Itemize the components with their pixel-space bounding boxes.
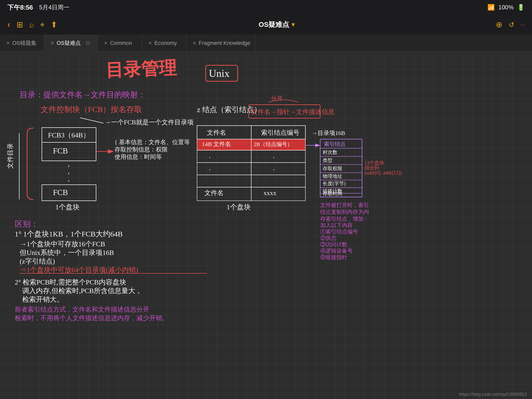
svg-text:(z字引结点): (z字引结点) (20, 257, 55, 265)
svg-text:，: ， (65, 167, 72, 175)
svg-text:→1个盘块中可存放16个FCB: →1个盘块中可存放16个FCB (20, 240, 105, 248)
nav-bar: ‹ ⊞ ⌕ ⌖ ⬆ OS疑难点 ▾ ⊕ ↺ ··· (0, 15, 532, 34)
svg-rect-44 (197, 175, 251, 187)
tab-close-common[interactable]: ✕ (104, 40, 108, 46)
svg-text:→一个FCB就是一个文件目录项: →一个FCB就是一个文件目录项 (105, 119, 194, 126)
svg-text:文件名: 文件名 (207, 129, 226, 136)
svg-text:1个盘块: 1个盘块 (227, 203, 251, 211)
svg-text:存取时间: 存取时间 (323, 191, 342, 196)
url-bar: https://blog.csdn.net/wyil19980812 (459, 392, 527, 397)
svg-text:②状态: ②状态 (320, 235, 336, 241)
svg-line-5 (80, 118, 103, 123)
svg-rect-37 (251, 150, 305, 163)
svg-text:，: ， (271, 165, 276, 171)
svg-text:③访问计数: ③访问计数 (320, 241, 347, 248)
status-time: 下午8:56 (7, 3, 33, 12)
svg-text:存取权限: 存取权限 (323, 166, 342, 171)
svg-rect-40 (197, 163, 251, 175)
title-dropdown-icon[interactable]: ▾ (292, 21, 295, 28)
svg-text:→目录项16B: →目录项16B (312, 130, 345, 136)
svg-text:1个盘块: 1个盘块 (55, 203, 80, 211)
svg-rect-36 (197, 150, 251, 163)
svg-rect-18 (42, 185, 96, 201)
svg-text:，: ， (65, 160, 72, 168)
tabs-bar: ✕ OS错题集 ✕ OS疑难点 ⊟ ✕ Common ✕ Economy ✕ F… (0, 34, 532, 52)
svg-text:，: ， (207, 165, 212, 171)
refresh-button[interactable]: ↺ (509, 21, 514, 29)
svg-text:文件目录: 文件目录 (7, 143, 14, 169)
wifi-icon: 📶 (487, 4, 495, 11)
svg-text:使用信息：时间等: 使用信息：时间等 (115, 154, 162, 160)
tab-os-errors[interactable]: ✕ OS错题集 (0, 34, 44, 52)
svg-text:前者索引结点方式，文件名和文件描述信息分开: 前者索引结点方式，文件名和文件描述信息分开 (15, 306, 149, 313)
tab-common[interactable]: ✕ Common (98, 34, 142, 52)
svg-text:索引结点: 索引结点 (324, 141, 346, 147)
svg-text:xxxx: xxxx (264, 189, 276, 197)
svg-text:⇒1个盘块中可放64个目录项(减小内销): ⇒1个盘块中可放64个目录项(减小内销) (20, 266, 138, 274)
svg-text:目录：提供文件名→文件目的映射：: 目录：提供文件名→文件目的映射： (20, 90, 146, 99)
tab-os-difficult[interactable]: ✕ OS疑难点 ⊟ (44, 34, 98, 52)
tab-fragment[interactable]: ✕ Fragment Knowledge (186, 34, 255, 52)
svg-text:①索引结点编号: ①索引结点编号 (320, 229, 358, 235)
tab-split-icon[interactable]: ⊟ (83, 40, 93, 46)
svg-text:2° 检索PCB时,需把整个PCB内容盘块: 2° 检索PCB时,需把整个PCB内容盘块 (15, 278, 126, 286)
svg-text:，: ， (271, 153, 276, 159)
tab-label-os-errors: OS错题集 (12, 39, 36, 47)
svg-text:Unix: Unix (209, 68, 230, 79)
svg-text:区别：: 区别： (15, 219, 38, 228)
svg-text:文件名: 文件名 (204, 189, 224, 197)
tab-close-os-difficult[interactable]: ✕ (50, 40, 54, 46)
svg-text:存取控制信息：权限: 存取控制信息：权限 (115, 146, 168, 153)
tab-close-os-errors[interactable]: ✕ (6, 40, 10, 46)
svg-text:存索引结点，增加：: 存索引结点，增加： (320, 216, 369, 222)
svg-text:目录管理: 目录管理 (105, 58, 177, 80)
status-date: 5月4日周一 (39, 3, 69, 11)
svg-text:村次数: 村次数 (322, 150, 337, 155)
grid-button[interactable]: ⊞ (17, 20, 23, 29)
svg-text:④逻辑设备号: ④逻辑设备号 (320, 248, 353, 254)
svg-text:2B（结点编号）: 2B（结点编号） (254, 141, 293, 147)
battery-icon: 🔋 (517, 4, 525, 11)
svg-rect-9 (42, 142, 96, 161)
svg-text:⑤链接指针: ⑤链接指针 (320, 254, 347, 260)
svg-rect-41 (251, 163, 305, 175)
tab-close-fragment[interactable]: ✕ (193, 40, 196, 46)
svg-text:长度(字节): 长度(字节) (323, 181, 346, 186)
svg-text:，: ， (65, 175, 72, 183)
status-bar: 下午8:56 5月4日周一 📶 100% 🔋 (0, 0, 532, 15)
svg-text:(addr[0]..addr[12]): (addr[0]..addr[12]) (365, 170, 402, 176)
svg-text:FCB: FCB (53, 146, 68, 155)
svg-text:类型: 类型 (323, 158, 332, 163)
svg-rect-45 (251, 175, 305, 187)
share-button[interactable]: ⬆ (51, 20, 57, 29)
svg-text:物理地址: 物理地址 (323, 173, 342, 179)
svg-text:文件名→指针→文件描述信息: 文件名→指针→文件描述信息 (251, 108, 334, 116)
svg-text:结点复制到内存为内: 结点复制到内存为内 (320, 209, 369, 215)
battery-text: 100% (499, 4, 514, 11)
svg-text:检索开销大。: 检索开销大。 (22, 296, 64, 303)
svg-text:{ 基本信息：文件名、位置等: { 基本信息：文件名、位置等 (115, 139, 190, 145)
svg-text:文件被打开时，索引: 文件被打开时，索引 (320, 202, 369, 208)
tab-label-fragment: Fragment Knowledge (199, 40, 250, 46)
more-button[interactable]: ··· (520, 22, 525, 28)
svg-text:13个盘块: 13个盘块 (365, 160, 384, 166)
svg-rect-47 (251, 187, 305, 201)
back-button[interactable]: ‹ (7, 19, 10, 30)
tab-label-common: Common (110, 40, 132, 46)
svg-text:14B 文件名: 14B 文件名 (202, 141, 231, 147)
svg-text:但Unix系统中，一个目录项16B: 但Unix系统中，一个目录项16B (20, 249, 114, 256)
svg-text:混合到: 混合到 (365, 165, 379, 170)
search-button[interactable]: ⌕ (29, 20, 34, 29)
svg-text:检索时，不用将个人文件描述信息进内存，减少开销。: 检索时，不用将个人文件描述信息进内存，减少开销。 (15, 315, 168, 322)
svg-text:，: ， (207, 153, 212, 159)
svg-text:调入内存,但检索时,PCB所含信息量大，: 调入内存,但检索时,PCB所含信息量大， (22, 287, 142, 295)
tab-close-economy[interactable]: ✕ (148, 40, 152, 46)
notes-svg: 目录管理 Unix 目录：提供文件名→文件目的映射： 文件控制块（FCB）按名存… (0, 52, 532, 399)
svg-text:FCB: FCB (53, 188, 68, 197)
bookmark-button[interactable]: ⌖ (40, 20, 45, 29)
svg-text:加入以下内容: 加入以下内容 (320, 222, 353, 228)
svg-text:文件控制块（FCB）按名存取: 文件控制块（FCB）按名存取 (41, 105, 142, 114)
tab-economy[interactable]: ✕ Economy (142, 34, 186, 52)
add-page-button[interactable]: ⊕ (496, 20, 502, 29)
svg-text:1° 1个盘块1KB，1个FCB大约64B: 1° 1个盘块1KB，1个FCB大约64B (15, 230, 123, 238)
